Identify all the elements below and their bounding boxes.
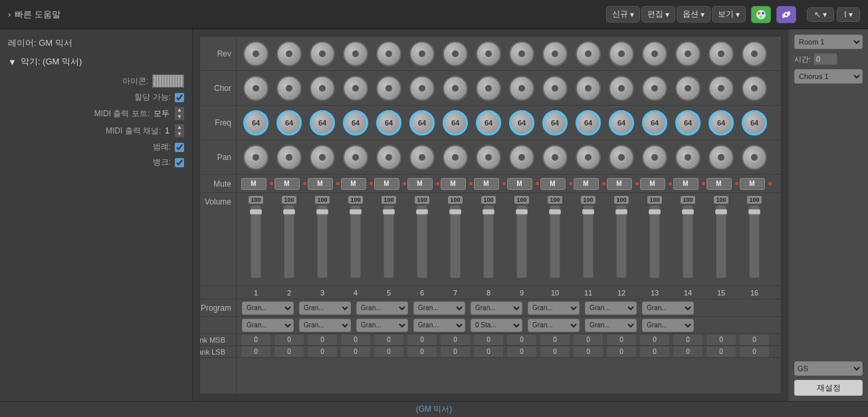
knob[interactable] [542,76,568,101]
instrument-section[interactable]: ▼ 악기: (GM 믹서) [8,56,184,68]
knob[interactable] [409,145,435,170]
knob[interactable] [409,76,435,101]
fader-thumb[interactable] [449,209,461,214]
fader-thumb[interactable] [582,209,594,214]
fader-track[interactable] [284,205,294,278]
knob[interactable] [310,41,335,66]
program-select[interactable]: Gran... [299,301,351,315]
fader-track[interactable] [317,205,328,278]
program-select-2[interactable]: Gran... [299,319,351,332]
assignable-checkbox[interactable] [175,93,184,102]
mute-button[interactable]: M [540,178,566,190]
fader-track[interactable] [516,205,527,278]
stepper-up[interactable]: ▲ [175,124,184,131]
knob[interactable] [675,76,701,101]
mute-button[interactable]: M [673,178,699,190]
program-select[interactable]: Gran... [585,301,637,315]
knob[interactable] [708,41,734,66]
knob[interactable] [576,41,601,66]
program-select[interactable]: Gran... [242,301,294,315]
freq-knob[interactable]: 64 [276,110,302,135]
knob[interactable] [276,41,302,66]
knob[interactable] [542,41,568,66]
mute-button[interactable]: M [374,178,399,190]
knob[interactable] [609,41,634,66]
program-select-2[interactable]: 0 Sta... [471,319,522,332]
freq-knob[interactable]: 64 [542,110,568,135]
freq-knob[interactable]: 64 [443,110,468,135]
fader-track[interactable] [716,205,726,278]
freq-knob[interactable]: 64 [243,110,269,135]
knob[interactable] [310,145,335,170]
knob[interactable] [509,41,534,66]
knob[interactable] [376,76,401,101]
program-select-2[interactable]: Gran... [642,319,694,332]
fader-track[interactable] [749,205,760,278]
knob[interactable] [742,145,767,170]
fader-thumb[interactable] [483,209,494,214]
fader-thumb[interactable] [283,209,295,214]
knob[interactable] [509,145,534,170]
mute-button[interactable]: M [407,178,433,190]
cursor-btn-1[interactable]: ↖ ▾ [807,7,834,22]
knob[interactable] [708,76,734,101]
chorus-select[interactable]: Chorus 1 [794,69,863,84]
menu-view[interactable]: 보기 ▾ [712,6,746,23]
knob[interactable] [276,145,302,170]
freq-knob[interactable]: 64 [742,110,767,135]
knob[interactable] [443,145,468,170]
mute-button[interactable]: M [241,178,267,190]
freq-knob[interactable]: 64 [476,110,501,135]
program-select[interactable]: Gran... [528,301,580,315]
knob[interactable] [376,41,401,66]
mute-button[interactable]: M [274,178,300,190]
knob[interactable] [576,145,601,170]
midi-port-stepper[interactable]: ▲ ▼ [175,107,184,120]
freq-knob[interactable]: 64 [343,110,368,135]
knob[interactable] [276,76,302,101]
knob[interactable] [642,41,667,66]
fader-thumb[interactable] [250,209,262,214]
program-select-2[interactable]: Gran... [242,319,294,332]
freq-knob[interactable]: 64 [609,110,634,135]
knob[interactable] [675,145,701,170]
knob[interactable] [576,76,601,101]
knob[interactable] [343,41,368,66]
knob[interactable] [609,145,634,170]
knob[interactable] [409,41,435,66]
freq-knob[interactable]: 64 [642,110,667,135]
menu-edit[interactable]: 편집 ▾ [641,6,675,23]
fader-thumb[interactable] [615,209,627,214]
purple-tool-btn[interactable] [776,6,796,23]
knob[interactable] [376,145,401,170]
knob[interactable] [742,41,767,66]
mute-button[interactable]: M [474,178,499,190]
program-select[interactable]: Gran... [471,301,522,315]
fader-thumb[interactable] [682,209,694,214]
mute-button[interactable]: M [706,178,732,190]
fader-thumb[interactable] [649,209,661,214]
program-select-2[interactable]: Gran... [356,319,408,332]
freq-knob[interactable]: 64 [509,110,534,135]
fader-thumb[interactable] [748,209,760,214]
knob[interactable] [243,41,269,66]
green-tool-btn[interactable] [751,6,771,23]
fader-track[interactable] [350,205,361,278]
fader-track[interactable] [583,205,594,278]
fader-track[interactable] [683,205,693,278]
mute-button[interactable]: M [740,178,765,190]
program-select[interactable]: Gran... [356,301,408,315]
fader-track[interactable] [550,205,560,278]
menu-options[interactable]: 옵션 ▾ [677,6,710,23]
bank-checkbox[interactable] [175,158,184,167]
freq-knob[interactable]: 64 [708,110,734,135]
freq-knob[interactable]: 64 [675,110,701,135]
knob[interactable] [310,76,335,101]
knob[interactable] [742,76,767,101]
mute-button[interactable]: M [507,178,532,190]
knob[interactable] [609,76,634,101]
knob[interactable] [443,41,468,66]
fader-track[interactable] [483,205,494,278]
knob[interactable] [343,76,368,101]
reset-button[interactable]: 재설정 [794,380,863,396]
